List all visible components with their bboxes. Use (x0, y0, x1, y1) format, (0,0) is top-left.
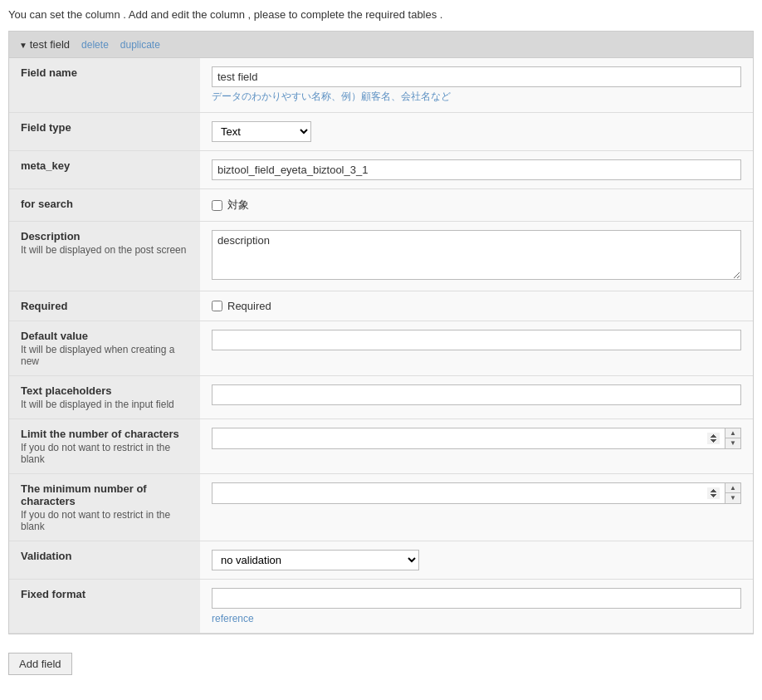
table-row: Text placeholders It will be displayed i… (9, 376, 753, 419)
fixed-format-cell: reference (200, 580, 753, 634)
form-table: Field name データのわかりやすい名称、例）顧客名、会社名など Fiel… (9, 58, 753, 634)
table-row: Field type Text Number Date Select Check… (9, 113, 753, 151)
validation-cell: no validation email url number phone (200, 541, 753, 580)
field-name-hint: データのわかりやすい名称、例）顧客名、会社名など (212, 90, 741, 104)
table-row: Default value It will be displayed when … (9, 321, 753, 376)
text-placeholder-cell (200, 376, 753, 419)
reference-link[interactable]: reference (212, 613, 254, 624)
description-cell: description (200, 222, 753, 291)
required-checkbox-label: Required (227, 300, 271, 312)
limit-chars-cell: ▲ ▼ (200, 419, 753, 474)
min-chars-sub-label: If you do not want to restrict in the bl… (21, 509, 188, 532)
table-row: meta_key (9, 151, 753, 189)
text-placeholder-label: Text placeholders It will be displayed i… (9, 376, 200, 419)
min-chars-label: The minimum number of characters If you … (9, 474, 200, 541)
field-name-input[interactable] (212, 66, 741, 87)
description-textarea[interactable]: description (212, 230, 741, 280)
duplicate-link[interactable]: duplicate (120, 39, 160, 51)
min-chars-down[interactable]: ▼ (725, 493, 740, 503)
limit-chars-down[interactable]: ▼ (725, 438, 740, 448)
field-type-cell: Text Number Date Select Checkbox Radio T… (200, 113, 753, 151)
required-label: Required (9, 291, 200, 321)
field-name-label: Field name (9, 58, 200, 113)
description-label: Description It will be displayed on the … (9, 222, 200, 291)
limit-chars-input[interactable] (212, 429, 725, 448)
min-chars-input[interactable] (212, 484, 725, 503)
field-name-cell: データのわかりやすい名称、例）顧客名、会社名など (200, 58, 753, 113)
field-header: test field delete duplicate (9, 32, 753, 58)
min-chars-cell: ▲ ▼ (200, 474, 753, 541)
meta-key-cell (200, 151, 753, 189)
field-title: test field (19, 38, 70, 51)
field-type-select[interactable]: Text Number Date Select Checkbox Radio T… (212, 121, 311, 142)
field-type-label: Field type (9, 113, 200, 151)
limit-chars-wrapper: ▲ ▼ (212, 428, 741, 449)
limit-chars-label: Limit the number of characters If you do… (9, 419, 200, 474)
table-row: for search 対象 (9, 189, 753, 222)
limit-chars-sub-label: If you do not want to restrict in the bl… (21, 442, 188, 465)
meta-key-label: meta_key (9, 151, 200, 189)
text-placeholder-sub-label: It will be displayed in the input field (21, 399, 188, 410)
table-row: The minimum number of characters If you … (9, 474, 753, 541)
for-search-cell: 対象 (200, 189, 753, 222)
validation-label: Validation (9, 541, 200, 580)
for-search-checkbox-label: 対象 (227, 198, 249, 213)
required-cell: Required (200, 291, 753, 321)
for-search-label: for search (9, 189, 200, 222)
validation-select[interactable]: no validation email url number phone (212, 550, 419, 570)
table-row: Field name データのわかりやすい名称、例）顧客名、会社名など (9, 58, 753, 113)
min-chars-wrapper: ▲ ▼ (212, 482, 741, 504)
table-row: Validation no validation email url numbe… (9, 541, 753, 580)
required-checkbox[interactable] (212, 301, 222, 311)
delete-link[interactable]: delete (81, 39, 109, 51)
default-value-cell (200, 321, 753, 376)
min-chars-up[interactable]: ▲ (725, 483, 740, 493)
meta-key-input[interactable] (212, 159, 741, 180)
for-search-checkbox[interactable] (212, 200, 222, 211)
table-row: Description It will be displayed on the … (9, 222, 753, 291)
fixed-format-label: Fixed format (9, 580, 200, 634)
text-placeholder-input[interactable] (212, 384, 741, 405)
default-value-sub-label: It will be displayed when creating a new (21, 344, 188, 367)
default-value-input[interactable] (212, 330, 741, 350)
fixed-format-input[interactable] (212, 588, 741, 609)
add-field-button[interactable]: Add field (8, 653, 72, 675)
min-chars-spinner: ▲ ▼ (725, 483, 740, 503)
field-section: test field delete duplicate Field name デ… (8, 31, 754, 634)
top-notice: You can set the column . Add and edit th… (8, 8, 754, 21)
limit-chars-up[interactable]: ▲ (725, 428, 740, 438)
limit-chars-spinner: ▲ ▼ (725, 428, 740, 448)
description-sub-label: It will be displayed on the post screen (21, 244, 188, 256)
table-row: Limit the number of characters If you do… (9, 419, 753, 474)
default-value-label: Default value It will be displayed when … (9, 321, 200, 376)
table-row: Fixed format reference (9, 580, 753, 634)
table-row: Required Required (9, 291, 753, 321)
